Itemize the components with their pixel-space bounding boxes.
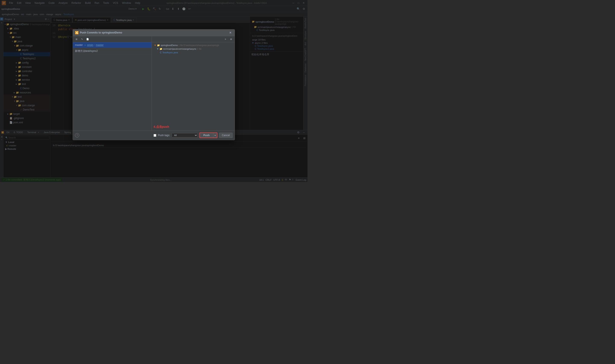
modal-right-sort-btn[interactable]: ≡ — [223, 37, 228, 41]
help-button[interactable]: ? — [75, 133, 79, 137]
push-dropdown-button[interactable]: ▾ — [213, 133, 217, 138]
modal-close-button[interactable]: ✕ — [228, 30, 233, 35]
push-tags-label: Push tags: — [158, 134, 170, 137]
commit-item-master[interactable]: master → origin : master — [73, 42, 152, 48]
diff-file[interactable]: C TestAsync.java — [153, 51, 233, 54]
push-modal-overlay[interactable]: 🔀 Push Commits to springbootDemo ✕ ⊞ ✎ 📄… — [0, 0, 308, 182]
modal-left-btn3[interactable]: 📄 — [85, 37, 90, 41]
diff-root-detail: 1 file D:\workspace\zhangxiao-java\sprin… — [178, 44, 219, 47]
push-button[interactable]: Push — [200, 133, 213, 138]
commit-new-method-label: 新增方法testAsync2 — [75, 50, 98, 52]
push-annotation: 4.点击push — [154, 125, 169, 129]
push-modal: 🔀 Push Commits to springbootDemo ✕ ⊞ ✎ 📄… — [73, 29, 235, 140]
push-tags-select[interactable]: All Annotated only None — [172, 133, 198, 137]
commit-master-b: master — [96, 43, 104, 47]
commit-branch-label: master → origin : master — [75, 43, 149, 47]
push-tags-container: Push tags: — [154, 134, 170, 137]
modal-left-btn2[interactable]: ✎ — [80, 37, 84, 41]
diff-file-label: TestAsync.java — [162, 51, 178, 54]
cancel-button[interactable]: Cancel — [219, 133, 233, 138]
modal-right-content: ▼ 📁 springbootDemo 1 file D:\workspace\z… — [152, 42, 235, 123]
commit-origin: origin — [87, 43, 93, 47]
push-button-group: Push ▾ — [200, 132, 217, 138]
diff-sub[interactable]: ▼ 📁 src\main\java\com\xiaoge\async 1 fil… — [153, 47, 233, 51]
modal-left-btn1[interactable]: ⊞ — [74, 37, 79, 41]
diff-root-folder-icon: ▼ — [154, 44, 156, 47]
modal-footer: ? Push tags: All Annotated only None Pus… — [73, 130, 235, 140]
diff-sub-folder: 📁 — [160, 48, 162, 50]
modal-left-panel: ⊞ ✎ 📄 master → origin : master — [73, 36, 152, 130]
commit-branch-master: master — [75, 43, 83, 47]
commits-list: master → origin : master 新增方法testAsync2 — [73, 42, 152, 130]
diff-root-folder: 📁 — [157, 44, 160, 47]
modal-right-expand-btn[interactable]: ⊞ — [229, 37, 233, 41]
modal-git-icon: 🔀 — [75, 31, 79, 34]
annotation-area: 4.点击push — [152, 123, 235, 130]
modal-right-toolbar: ≡ ⊞ — [152, 36, 235, 42]
commit-item-new-method[interactable]: 新增方法testAsync2 — [73, 48, 152, 54]
diff-sub-label: src\main\java\com\xiaoge\async — [163, 48, 197, 50]
push-tags-checkbox[interactable] — [154, 134, 156, 137]
modal-title: Push Commits to springbootDemo — [80, 31, 228, 34]
modal-right-panel: ≡ ⊞ ▼ 📁 springbootDemo 1 file D:\workspa… — [152, 36, 235, 130]
diff-root-label: springbootDemo — [160, 44, 178, 47]
diff-sub-detail: 1 file — [197, 48, 201, 50]
modal-body: ⊞ ✎ 📄 master → origin : master — [73, 36, 235, 130]
modal-left-toolbar: ⊞ ✎ 📄 — [73, 36, 152, 42]
diff-file-icon: C — [160, 51, 162, 54]
modal-header: 🔀 Push Commits to springbootDemo ✕ — [73, 29, 235, 36]
diff-sub-arrow: ▼ — [157, 48, 159, 50]
diff-root[interactable]: ▼ 📁 springbootDemo 1 file D:\workspace\z… — [153, 43, 233, 47]
